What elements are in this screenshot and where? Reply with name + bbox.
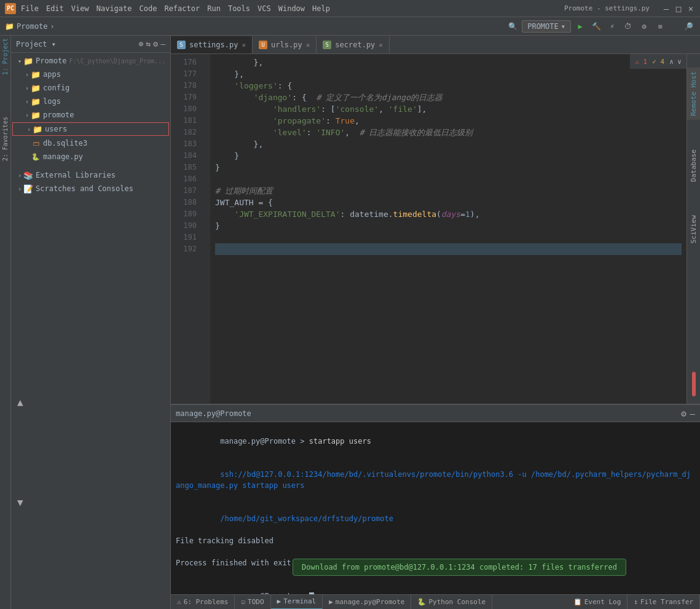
tab-python-console[interactable]: 🐍 Python Console — [411, 595, 492, 610]
tree-item-users[interactable]: › 📁 users — [12, 122, 169, 136]
menu-file[interactable]: File — [21, 4, 39, 13]
tree-item-users-label: users — [45, 125, 67, 133]
tree-item-manage-py[interactable]: 🐍 manage.py — [11, 150, 170, 163]
tab-event-log[interactable]: 📋 Event Log — [567, 595, 628, 610]
find-button[interactable]: 🔎 — [682, 20, 695, 33]
tree-item-promote[interactable]: › 📁 promote — [11, 108, 170, 122]
window-controls: — □ × — [662, 4, 695, 13]
app-logo: PC — [5, 3, 16, 14]
run-button[interactable]: ▶ — [573, 20, 587, 33]
problems-label: 6: Problems — [184, 598, 229, 606]
search-toolbar-icon[interactable]: 🔍 — [506, 20, 519, 33]
tab-todo[interactable]: ☑ TODO — [235, 595, 270, 610]
main-layout: 1: Project 2: Favorites Project ▾ ⊕ ⇆ ⚙ … — [0, 36, 700, 609]
terminal-settings-icon[interactable]: ⚙ — [681, 409, 686, 418]
tree-root-label: Promote — [36, 57, 67, 65]
tab-urls[interactable]: U urls.py × — [253, 36, 317, 53]
expand-arrow-icon: ▾ — [16, 58, 23, 65]
line-num: 183 — [171, 138, 197, 150]
terminal-line: /home/bd/git_workspace/drfstudy/promote — [176, 502, 695, 535]
folder-icon: 📁 — [31, 83, 41, 93]
tree-item-scratches[interactable]: › 📝 Scratches and Consoles — [11, 182, 170, 195]
line-num: 189 — [171, 208, 197, 220]
window-title: Promote - settings.py — [564, 4, 650, 12]
gear-icon[interactable]: ⚙ — [153, 39, 158, 49]
tab-urls-label: urls.py — [271, 41, 302, 49]
project-name-label: Promote — [17, 22, 48, 31]
tree-item-db-sqlite3[interactable]: 🗃 db.sqlite3 — [11, 136, 170, 150]
menu-bar: File Edit View Navigate Code Refactor Ru… — [21, 4, 330, 13]
expand-arrow-icon: › — [23, 85, 31, 92]
tree-item-label: apps — [43, 70, 61, 79]
settings-button[interactable]: ⚙ — [637, 20, 651, 33]
collapse-icon[interactable]: — — [160, 39, 165, 49]
right-tab-remote-host[interactable]: Remote Host — [687, 68, 700, 120]
tab-close-button[interactable]: × — [379, 41, 383, 49]
line-num: 177 — [171, 68, 197, 80]
menu-tools[interactable]: Tools — [228, 4, 250, 13]
tree-item-logs[interactable]: › 📁 logs — [11, 95, 170, 108]
tree-item-config[interactable]: › 📁 config — [11, 81, 170, 95]
tab-terminal[interactable]: ▶ Terminal — [271, 595, 323, 610]
line-num: 190 — [171, 220, 197, 232]
scope-icon[interactable]: ⊕ — [139, 39, 144, 49]
tree-item-label: config — [43, 84, 69, 92]
tab-close-button[interactable]: × — [242, 41, 246, 49]
menu-help[interactable]: Help — [312, 4, 330, 13]
code-line: 'loggers': { — [215, 80, 682, 92]
code-line: 'level': 'INFO', # 日志器能接收的最低日志级别 — [215, 127, 682, 138]
terminal-icon: ▶ — [277, 597, 281, 605]
menu-view[interactable]: View — [71, 4, 89, 13]
terminal-minimize-icon[interactable]: — — [690, 409, 695, 418]
code-content[interactable]: }, }, 'loggers': { 'django': { # 定义了一个名为… — [210, 54, 686, 404]
minimize-button[interactable]: — — [662, 4, 671, 13]
tree-root-path: F:\C_python\Django_Prom... — [69, 58, 166, 65]
urls-tab-icon: U — [259, 41, 267, 49]
tab-secret[interactable]: S secret.py × — [317, 36, 390, 53]
more-button[interactable]: ≡ — [653, 20, 667, 33]
tree-item-apps[interactable]: › 📁 apps — [11, 68, 170, 81]
menu-edit[interactable]: Edit — [46, 4, 64, 13]
file-transfer-label: File Transfer — [640, 598, 693, 606]
nav-arrows[interactable]: ∧ ∨ — [669, 58, 682, 66]
tab-settings[interactable]: S settings.py × — [171, 36, 253, 53]
expand-arrow-icon: › — [23, 71, 31, 78]
expand-arrow-icon: › — [25, 126, 33, 133]
close-button[interactable]: × — [686, 4, 695, 13]
maximize-button[interactable]: □ — [674, 4, 683, 13]
hide-icon[interactable]: ⇆ — [146, 39, 151, 49]
right-tab-sciview[interactable]: SciView — [687, 211, 700, 247]
error-count: ⚠ 1 — [635, 58, 647, 66]
menu-run[interactable]: Run — [207, 4, 221, 13]
project-header-title: Project ▾ — [16, 40, 135, 49]
manage-icon: ▶ — [329, 598, 333, 606]
right-tab-database[interactable]: Database — [687, 146, 700, 186]
tab-close-button[interactable]: × — [306, 41, 310, 49]
code-gutter — [202, 54, 210, 404]
line-numbers: 176 177 178 179 180 181 182 183 184 185 … — [171, 54, 202, 404]
event-log-icon: 📋 — [573, 598, 582, 606]
tab-problems[interactable]: ⚠ 6: Problems — [171, 595, 235, 610]
chevron-right-icon: › — [50, 22, 55, 31]
build-button[interactable]: 🔨 — [589, 20, 603, 33]
tab-favorites[interactable]: 2: Favorites — [1, 114, 10, 163]
menu-refactor[interactable]: Refactor — [164, 4, 200, 13]
tab-manage[interactable]: ▶ manage.py@Promote — [323, 595, 411, 610]
tab-project[interactable]: 1: Project — [1, 36, 10, 77]
terminal-line — [176, 546, 695, 557]
terminal-line: File tracking disabled — [176, 535, 695, 546]
menu-code[interactable]: Code — [140, 4, 157, 13]
coverage-button[interactable]: ⚡ — [605, 20, 619, 33]
tree-root-promote[interactable]: ▾ 📁 Promote F:\C_python\Django_Prom... — [11, 54, 170, 68]
line-num: 176 — [171, 57, 197, 68]
profile-button[interactable]: ⏱ — [621, 20, 635, 33]
menu-navigate[interactable]: Navigate — [96, 4, 132, 13]
run-configuration[interactable]: PROMOTE ▾ — [522, 20, 571, 33]
terminal-ssh-line: ssh://bd@127.0.0.1:1234/home/bd/.virtual… — [176, 470, 691, 490]
tab-file-transfer[interactable]: ↕ File Transfer — [627, 595, 700, 610]
folder-icon: 📁 — [31, 69, 41, 79]
tree-item-external-libs[interactable]: › 📚 External Libraries — [11, 168, 170, 182]
editor-tabs: S settings.py × U urls.py × S secret.py … — [171, 36, 700, 54]
menu-window[interactable]: Window — [278, 4, 305, 13]
menu-vcs[interactable]: VCS — [258, 4, 271, 13]
